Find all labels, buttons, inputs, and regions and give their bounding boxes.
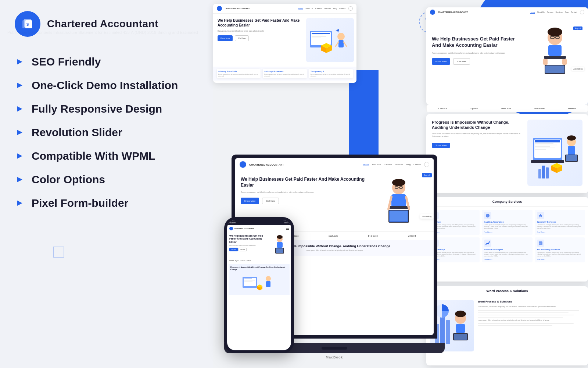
service-card-audit: ✓ Audit & Assurance Lorem ipsum is simpl…	[482, 210, 532, 235]
top-right-panel: CHARTERED ACCOUNTANT Home About Us Caree…	[426, 7, 588, 105]
tr-search-icon	[580, 10, 584, 14]
svg-rect-76	[566, 155, 577, 161]
brand-ddtravel: D+D travel	[368, 235, 378, 237]
phone-iso-section: Progress Is Impossible Without Change. A…	[229, 264, 290, 295]
tr-payroll-tag: Payroll	[573, 26, 582, 30]
phone-hero-heading: We Help Businesses Get Paid Faster And M…	[229, 234, 269, 244]
svg-rect-97	[456, 324, 465, 333]
word-process-title: Word Process & Solutions	[426, 286, 588, 296]
sc-buttons: Know More Call Now	[218, 35, 304, 41]
laptop-hero-heading: We Help Businesses Get Paid Faster And M…	[241, 177, 365, 188]
word-process-content: Word Process & Solutions Dolor sit amet,…	[426, 296, 588, 355]
center-screenshot-navbar: CHARTERED ACCOUNTANT Home About Us Caree…	[213, 4, 356, 14]
phone-status-bar: 9:41 PM 100%	[227, 220, 291, 225]
center-hero-screenshot: CHARTERED ACCOUNTANT Home About Us Caree…	[213, 4, 356, 85]
service-title-specialty: Specialty Services	[537, 221, 583, 223]
top-right-screenshot: CHARTERED ACCOUNTANT Home About Us Caree…	[426, 7, 588, 105]
menu-line-1	[286, 228, 289, 228]
sc-main-heading: We Help Businesses Get Paid Faster And M…	[218, 18, 304, 28]
svg-marker-24	[334, 29, 339, 35]
sc-call-now-btn[interactable]: Call Now	[235, 35, 249, 41]
laptop-nav-items: Home About Us Careers Services Blog Cont…	[363, 163, 421, 166]
phone-know-more[interactable]: Know More	[229, 248, 238, 251]
service-title-growth: Growth Strategies	[484, 248, 530, 251]
tr-know-more[interactable]: Know More	[432, 58, 450, 65]
tr-nav: Home About Us Careers Services Blog Cont…	[530, 11, 577, 14]
deco-square-1	[53, 247, 64, 258]
phone-iso-heading: Progress Is Impossible Without Change. A…	[230, 266, 288, 270]
left-panel: Publication 505 Contents Infrastructure …	[0, 0, 213, 368]
phone-brand-wild: wildbird	[247, 260, 251, 262]
svg-rect-55	[544, 56, 566, 59]
svg-rect-44	[244, 279, 252, 279]
wp-title: Word Process & Solutions	[478, 300, 584, 303]
service-title-tax: Tax Planning Services	[537, 248, 583, 251]
svg-marker-87	[539, 214, 542, 217]
laptop-search-icon	[424, 162, 429, 167]
sc-know-more-btn[interactable]: Know More	[218, 35, 233, 41]
svg-line-20	[344, 42, 347, 46]
right-panel: CHARTERED ACCOUNTANT Home About Us Caree…	[213, 0, 588, 368]
tr-brand-wild: wildbird	[568, 107, 576, 110]
phone-brand: CHARTERED ACCOUNTANT	[234, 228, 285, 230]
service-title-audit: Audit & Assurance	[484, 221, 530, 223]
service-icon-growth	[484, 240, 491, 247]
mini-logo-text: CHARTERED ACCOUNTANT	[225, 7, 295, 10]
svg-point-17	[337, 33, 345, 40]
laptop-know-more[interactable]: Know More	[241, 198, 259, 204]
svg-rect-12	[311, 32, 331, 45]
phone-menu-icon	[286, 228, 289, 230]
svg-rect-59	[545, 66, 564, 73]
svg-line-19	[336, 42, 338, 46]
laptop-notch	[322, 347, 347, 350]
tr-nav-services: Services	[556, 11, 563, 14]
svg-rect-69	[535, 148, 555, 148]
phone-iso-graphic	[230, 271, 288, 293]
mini-card-advisory: Advisory Share Skills Lorem ipsum dolor …	[217, 69, 261, 78]
svg-rect-16	[312, 38, 321, 38]
service-link-growth[interactable]: Read More...	[484, 258, 530, 260]
tr-nav-blog: Blog	[565, 11, 569, 14]
phone-call-now[interactable]: Call Now	[239, 248, 247, 251]
phone-brand-stark: stark.auto	[240, 260, 245, 262]
service-desc-specialty: Lorem ipsum is simply dummy text of the …	[537, 224, 583, 230]
svg-rect-15	[312, 36, 326, 37]
nav-about: About Us	[305, 7, 313, 10]
word-process-screenshot: Word Process & Solutions	[426, 286, 588, 365]
phone-screen: 9:41 PM 100% CHARTERED ACCOUNTANT	[227, 220, 291, 350]
mid-right-panel: Progress Is Impossible Without Change. A…	[426, 114, 588, 193]
laptop-brand: CHARTERED ACCOUNTANT	[249, 163, 360, 166]
service-icon-audit: ✓	[484, 212, 491, 219]
phone-navbar: CHARTERED ACCOUNTANT	[227, 225, 291, 232]
iso-graphic	[306, 18, 354, 62]
mid-iso-graphic	[527, 120, 582, 186]
mid-body: Send notna accumsan est id dolores lorem…	[432, 132, 524, 138]
wp-line-3	[478, 315, 574, 315]
brand-stark: stark.auto	[329, 235, 338, 237]
laptop-call-now[interactable]: Call Now	[262, 198, 279, 204]
svg-point-73	[567, 135, 576, 141]
svg-rect-34	[390, 211, 408, 221]
mini-service-cards: Advisory Share Skills Lorem ipsum dolor …	[213, 67, 356, 81]
svg-rect-14	[312, 35, 323, 35]
tr-call-now[interactable]: Call Now	[453, 58, 470, 65]
svg-rect-45	[244, 280, 255, 281]
svg-rect-13	[312, 33, 330, 34]
svg-rect-48	[266, 281, 270, 287]
service-link-audit[interactable]: Read More...	[484, 231, 530, 233]
tr-hero-text: We Help Businesses Get Paid Faster And M…	[432, 36, 524, 65]
svg-rect-81	[542, 166, 545, 178]
services-screenshot: Company Services Revenue Lorem ipsum is …	[426, 197, 588, 282]
service-desc-audit: Lorem ipsum is simply dummy text of the …	[484, 224, 530, 230]
tr-brand-stark: stark.auto	[501, 107, 511, 110]
service-link-tax[interactable]: Read More...	[537, 258, 583, 260]
macbook-label: MacBook	[326, 355, 343, 359]
mid-show-more[interactable]: Show More	[432, 143, 450, 148]
laptop-nav-services: Services	[395, 163, 403, 166]
tr-brand: CHARTERED ACCOUNTANT	[438, 11, 527, 13]
tr-nav-about: About Us	[537, 11, 545, 14]
service-link-specialty[interactable]: Read More...	[537, 231, 583, 233]
laptop-nav-about: About Us	[372, 163, 381, 166]
payroll-tag: Payroll	[422, 173, 432, 177]
tr-person-illustration: Payroll Accounting	[527, 23, 582, 78]
